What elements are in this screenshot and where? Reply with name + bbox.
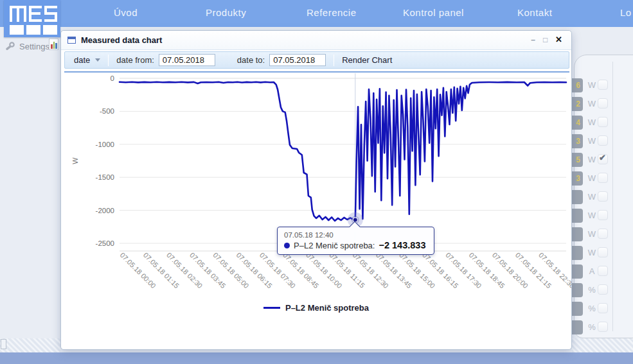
top-nav-bar: ÚvodProduktyReferencieKontrol panelKonta… xyxy=(0,0,633,27)
channel-unit-label: W xyxy=(585,211,599,220)
settings-label: Settings xyxy=(19,42,49,51)
chart-svg[interactable]: 0-500-1000-1500-2000-2500W07.05.18 00:00… xyxy=(61,73,571,302)
blue-bar-icon xyxy=(55,43,57,49)
tooltip-value: −2 143.833 xyxy=(379,240,425,250)
channel-unit-label: W xyxy=(585,229,599,239)
maximize-button[interactable]: □ xyxy=(540,35,550,45)
nav-item--vod[interactable]: Úvod xyxy=(114,7,138,18)
channel-row: 6W xyxy=(575,76,633,95)
dialog-titlebar[interactable]: Measured data chart – □ ✕ xyxy=(61,31,571,50)
resize-hatch-left xyxy=(0,338,60,352)
channel-checkbox[interactable] xyxy=(598,117,608,127)
channel-checkbox[interactable] xyxy=(598,284,608,295)
render-chart-button[interactable]: Render Chart xyxy=(342,55,392,65)
channel-row: W xyxy=(575,207,633,225)
legend-label: P–L2 Menič spotreba xyxy=(285,303,369,313)
mes-logo-glyph xyxy=(4,0,60,37)
channel-checkbox[interactable] xyxy=(598,322,608,332)
chevron-down-icon[interactable] xyxy=(95,58,100,62)
dialog-title: Measured data chart xyxy=(81,35,162,45)
channel-checkbox[interactable] xyxy=(598,247,608,257)
date-dropdown[interactable]: date xyxy=(74,55,90,65)
y-tick-label: -2000 xyxy=(96,207,114,214)
channel-row: 2W xyxy=(575,95,633,114)
tooltip-time: 07.05.18 12:40 xyxy=(284,231,427,239)
y-axis-title: W xyxy=(71,157,79,164)
series-dot-icon xyxy=(284,243,290,248)
green-bar-icon xyxy=(53,42,55,49)
settings-button[interactable]: Settings xyxy=(5,39,49,54)
chart-tooltip: 07.05.18 12:40 P–L2 Menič spotreba: −2 1… xyxy=(277,227,434,255)
date-to-input[interactable] xyxy=(269,54,326,66)
series-line xyxy=(120,82,566,221)
channel-unit-label: W xyxy=(585,136,599,146)
channel-unit-label: W xyxy=(585,99,599,108)
channel-row: % xyxy=(575,318,633,337)
y-tick-label: -2500 xyxy=(96,239,114,247)
channel-unit-label: % xyxy=(585,285,599,295)
close-button[interactable]: ✕ xyxy=(554,35,564,45)
nav-item-lo[interactable]: Lo xyxy=(620,7,632,18)
nav-item-produkty[interactable]: Produkty xyxy=(206,7,246,18)
toolbar-separator xyxy=(334,55,334,66)
nav-item-kontakt[interactable]: Kontakt xyxy=(517,7,552,18)
toolbar-spacer xyxy=(223,55,229,66)
channel-rows: 6W2W4W3W5W✔3WWWWWA%%% xyxy=(575,76,633,337)
y-tick-label: -500 xyxy=(100,107,114,115)
channel-row: A xyxy=(575,263,633,281)
channel-unit-label: A xyxy=(585,266,599,276)
y-tick-label: 0 xyxy=(111,74,114,82)
date-from-input[interactable] xyxy=(159,54,215,66)
nav-item-kontrol-panel[interactable]: Kontrol panel xyxy=(403,7,464,18)
channel-unit-label: W xyxy=(585,192,599,202)
channel-unit-label: % xyxy=(585,304,599,313)
channel-row: W xyxy=(575,244,633,263)
window-icon xyxy=(67,37,76,44)
panel-collapse-handle[interactable] xyxy=(1,339,6,349)
date-from-label: date from: xyxy=(116,55,154,65)
legend-line-swatch xyxy=(263,307,280,309)
toolbar-separator xyxy=(108,55,109,66)
minimize-button[interactable]: – xyxy=(528,35,538,45)
measured-data-chart-dialog: Measured data chart – □ ✕ date date from… xyxy=(60,30,572,350)
channel-unit-label: W xyxy=(585,117,599,127)
resize-hatch-right xyxy=(572,338,633,352)
channel-unit-label: W xyxy=(585,80,599,90)
red-bar-icon xyxy=(51,44,53,49)
chart-panel-icon[interactable] xyxy=(49,39,58,50)
channel-checkbox[interactable] xyxy=(598,266,608,276)
channel-row: W xyxy=(575,225,633,244)
date-to-label: date to: xyxy=(237,55,265,65)
channel-row: 5W✔ xyxy=(575,151,633,169)
chart-toolbar: date date from: date to: Render Chart xyxy=(64,51,569,69)
channel-unit-label: W xyxy=(585,173,599,183)
channel-checkbox[interactable] xyxy=(598,210,608,220)
channel-unit-label: W xyxy=(585,248,599,257)
wrench-icon xyxy=(5,42,15,51)
channel-checkbox[interactable] xyxy=(598,135,608,146)
channel-row: 3W xyxy=(575,132,633,151)
measurement-channels-panel: 6W2W4W3W5W✔3WWWWWA%%% xyxy=(574,55,633,338)
chart-legend: P–L2 Menič spotreba xyxy=(61,303,571,313)
check-icon: ✔ xyxy=(599,153,606,162)
channel-checkbox[interactable] xyxy=(598,229,608,239)
bottom-bar xyxy=(0,352,633,364)
channel-row: 3W xyxy=(575,169,633,188)
channel-row: % xyxy=(575,281,633,300)
channel-row: % xyxy=(575,300,633,318)
toolbar-accent-line xyxy=(64,71,569,73)
channel-row: 4W xyxy=(575,114,633,132)
channel-checkbox[interactable] xyxy=(598,173,608,183)
channel-row: W xyxy=(575,188,633,207)
channel-checkbox[interactable] xyxy=(598,98,608,108)
mes-logo-icon[interactable] xyxy=(4,0,60,37)
channel-checkbox[interactable] xyxy=(598,80,608,90)
channel-checkbox[interactable] xyxy=(598,191,608,202)
y-tick-label: -1000 xyxy=(96,141,114,148)
nav-item-referencie[interactable]: Referencie xyxy=(307,7,357,18)
y-tick-label: -1500 xyxy=(96,173,114,181)
channel-unit-label: W xyxy=(585,155,599,164)
tooltip-series-label: P–L2 Menič spotreba: xyxy=(294,241,375,250)
channel-checkbox[interactable] xyxy=(598,303,608,313)
tooltip-series-row: P–L2 Menič spotreba: −2 143.833 xyxy=(284,240,427,250)
